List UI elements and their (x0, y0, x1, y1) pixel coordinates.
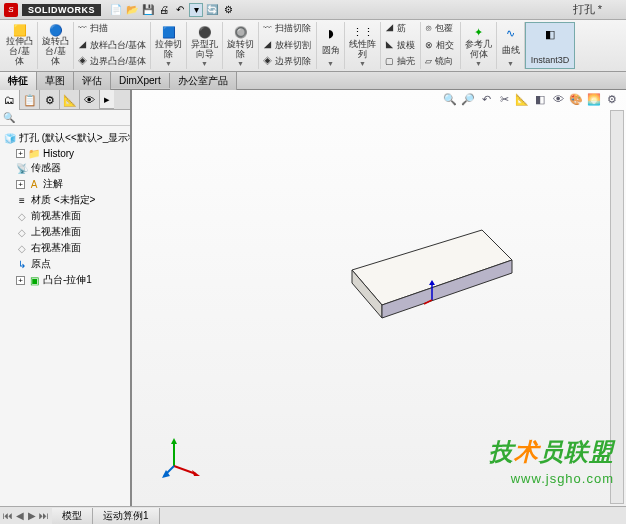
expand-icon[interactable]: + (16, 149, 25, 158)
revolve-boss-button[interactable]: 🔵 旋转凸 台/基 体 (38, 22, 74, 69)
reference-geometry-button[interactable]: ✦ 参考几 何体 ▼ (461, 22, 497, 69)
instant3d-button[interactable]: ◧ Instant3D (525, 22, 575, 69)
display-style-icon[interactable]: ◧ (532, 92, 548, 106)
revolve-cut-button[interactable]: 🔘 旋转切 除 ▼ (223, 22, 259, 69)
3d-viewport[interactable]: 🔍 🔎 ↶ ✂ 📐 ◧ 👁 🎨 🌅 ⚙ 技 (132, 90, 626, 506)
chevron-down-icon: ▼ (359, 60, 366, 67)
tree-origin[interactable]: ↳原点 (2, 256, 128, 272)
instant3d-icon: ◧ (541, 25, 559, 43)
tree-material[interactable]: ≡材质 <未指定> (2, 192, 128, 208)
new-icon[interactable]: 📄 (109, 3, 123, 17)
app-brand: SOLIDWORKS (22, 4, 101, 16)
fillet-icon: ◗ (322, 24, 340, 42)
extrude-cut-button[interactable]: 🟦 拉伸切 除 ▼ (151, 22, 187, 69)
reference-icon: ✦ (470, 24, 488, 40)
expand-icon[interactable]: + (16, 180, 25, 189)
tree-top-plane[interactable]: ◇上视基准面 (2, 224, 128, 240)
prev-icon[interactable]: ◀ (14, 510, 26, 521)
intersect-icon: ⊗ (425, 40, 433, 50)
workspace: 🗂 📋 ⚙ 📐 👁 ▸ 🔍 🧊打孔 (默认<<默认>_显示状态 +📁Histor… (0, 90, 626, 506)
history-icon: 📁 (28, 147, 40, 159)
view-triad-icon (162, 436, 202, 476)
svg-marker-7 (171, 438, 177, 444)
rib-icon: ◢ (385, 23, 394, 33)
loft-cut-icon: ◢ (263, 40, 272, 50)
tree-root[interactable]: 🧊打孔 (默认<<默认>_显示状态 (2, 130, 128, 146)
hide-show-icon[interactable]: 👁 (550, 92, 566, 106)
expand-icon[interactable]: + (16, 276, 25, 285)
extrude-boss-icon: 🟨 (11, 24, 29, 37)
options-icon[interactable]: ⚙ (221, 3, 235, 17)
hole-wizard-button[interactable]: ⚫ 异型孔 向导 ▼ (187, 22, 223, 69)
tree-front-plane[interactable]: ◇前视基准面 (2, 208, 128, 224)
feature-manager: 🗂 📋 ⚙ 📐 👁 ▸ 🔍 🧊打孔 (默认<<默认>_显示状态 +📁Histor… (0, 90, 132, 506)
tab-office[interactable]: 办公室产品 (170, 72, 237, 90)
undo-icon[interactable]: ↶ (173, 3, 187, 17)
scene-icon[interactable]: 🌅 (586, 92, 602, 106)
feature-tree-tab[interactable]: 🗂 (0, 90, 20, 110)
appearance-icon[interactable]: 🎨 (568, 92, 584, 106)
extrude-boss-button[interactable]: 🟨 拉伸凸 台/基 体 (2, 22, 38, 69)
select-icon[interactable]: ▾ (189, 3, 203, 17)
sweep-cut-group[interactable]: 〰 扫描切除 ◢ 放样切割 ◈ 边界切除 (259, 22, 317, 69)
print-icon[interactable]: 🖨 (157, 3, 171, 17)
linear-pattern-button[interactable]: ⋮⋮ 线性阵 列 ▼ (345, 22, 381, 69)
save-icon[interactable]: 💾 (141, 3, 155, 17)
tab-dimxpert[interactable]: DimXpert (111, 73, 170, 88)
tab-features[interactable]: 特征 (0, 72, 37, 90)
plane-icon: ◇ (16, 226, 28, 238)
flyout-icon[interactable]: ▸ (100, 90, 114, 109)
motion-study-tab[interactable]: 运动算例1 (93, 508, 160, 524)
tab-sketch[interactable]: 草图 (37, 72, 74, 90)
tree-right-plane[interactable]: ◇右视基准面 (2, 240, 128, 256)
annotation-icon: A (28, 178, 40, 190)
tree-history[interactable]: +📁History (2, 146, 128, 160)
tree-annotations[interactable]: +A注解 (2, 176, 128, 192)
prev-view-icon[interactable]: ↶ (478, 92, 494, 106)
manager-tabs: 🗂 📋 ⚙ 📐 👁 ▸ (0, 90, 130, 110)
display-tab[interactable]: 👁 (80, 90, 100, 110)
shell-icon: ▢ (385, 56, 394, 66)
ribbon: 🟨 拉伸凸 台/基 体 🔵 旋转凸 台/基 体 〰 扫描 ◢ 放样凸台/基体 ◈… (0, 20, 626, 72)
tree-extrude1[interactable]: +▣凸台-拉伸1 (2, 272, 128, 288)
heads-up-toolbar: 🔍 🔎 ↶ ✂ 📐 ◧ 👁 🎨 🌅 ⚙ (442, 92, 620, 106)
chevron-down-icon: ▼ (165, 60, 172, 67)
rebuild-icon[interactable]: 🔄 (205, 3, 219, 17)
rib-draft-group[interactable]: ◢ 筋 ◣ 拔模 ▢ 抽壳 (381, 22, 421, 69)
next-icon[interactable]: ▶ (26, 510, 38, 521)
section-view-icon[interactable]: ✂ (496, 92, 512, 106)
mirror-icon: ▱ (425, 56, 432, 66)
material-icon: ≡ (16, 194, 28, 206)
chevron-down-icon: ▼ (327, 60, 334, 67)
wrap-intersect-group[interactable]: ⊙ 包覆 ⊗ 相交 ▱ 镜向 (421, 22, 461, 69)
first-icon[interactable]: ⏮ (2, 510, 14, 521)
pattern-icon: ⋮⋮ (354, 24, 372, 40)
tab-evaluate[interactable]: 评估 (74, 72, 111, 90)
part-icon: 🧊 (4, 132, 16, 144)
origin-icon: ↳ (16, 258, 28, 270)
property-tab[interactable]: 📋 (20, 90, 40, 110)
dimxpert-tab[interactable]: 📐 (60, 90, 80, 110)
zoom-fit-icon[interactable]: 🔍 (442, 92, 458, 106)
config-tab[interactable]: ⚙ (40, 90, 60, 110)
last-icon[interactable]: ⏭ (38, 510, 50, 521)
view-settings-icon[interactable]: ⚙ (604, 92, 620, 106)
tree-sensors[interactable]: 📡传感器 (2, 160, 128, 176)
wrap-icon: ⊙ (425, 23, 432, 33)
filter-bar[interactable]: 🔍 (0, 110, 130, 126)
sensor-icon: 📡 (16, 162, 28, 174)
boundary-cut-icon: ◈ (263, 56, 272, 66)
fillet-button[interactable]: ◗ 圆角 ▼ (317, 22, 345, 69)
svg-marker-9 (192, 470, 200, 476)
feature-tree: 🧊打孔 (默认<<默认>_显示状态 +📁History 📡传感器 +A注解 ≡材… (0, 126, 130, 506)
view-orientation-icon[interactable]: 📐 (514, 92, 530, 106)
loft-icon: ◢ (78, 40, 87, 50)
model-tab[interactable]: 模型 (52, 508, 93, 524)
quick-access-toolbar: 📄 📂 💾 🖨 ↶ ▾ 🔄 ⚙ (109, 3, 235, 17)
open-icon[interactable]: 📂 (125, 3, 139, 17)
zoom-area-icon[interactable]: 🔎 (460, 92, 476, 106)
curves-button[interactable]: ∿ 曲线 ▼ (497, 22, 525, 69)
hole-wizard-icon: ⚫ (196, 24, 214, 40)
sweep-cut-icon: 〰 (263, 23, 272, 33)
sweep-loft-group[interactable]: 〰 扫描 ◢ 放样凸台/基体 ◈ 边界凸台/基体 (74, 22, 151, 69)
